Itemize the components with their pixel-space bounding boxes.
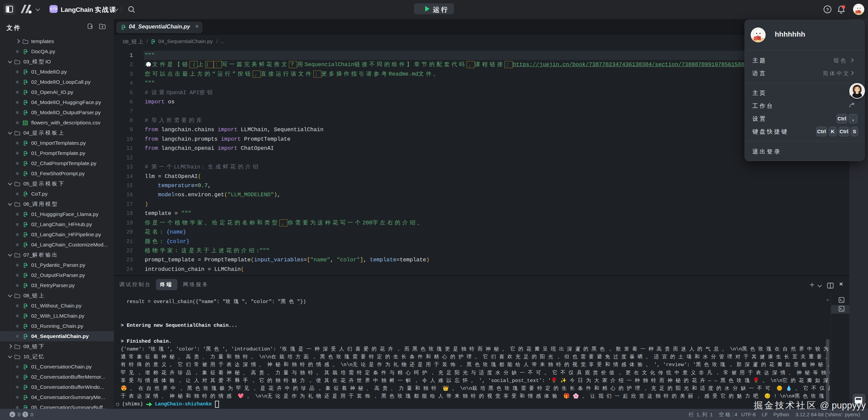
svg-text:?: ? xyxy=(826,7,829,12)
